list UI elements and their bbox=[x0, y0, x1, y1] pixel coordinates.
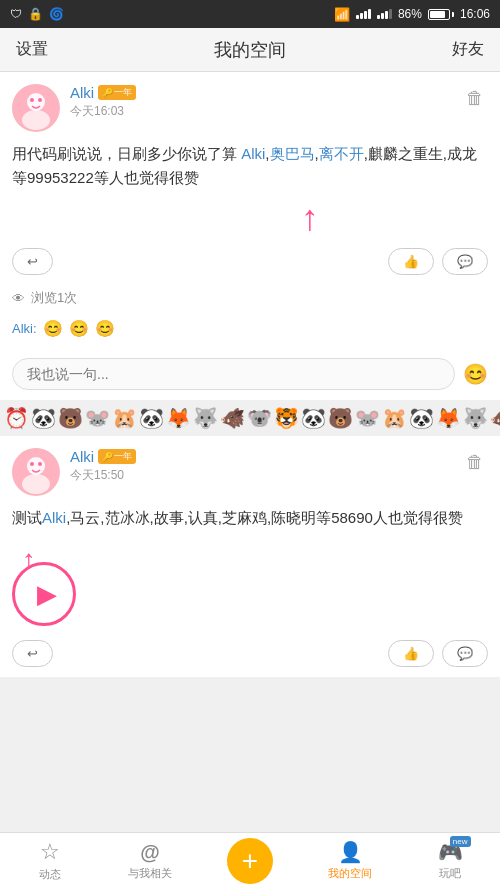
action-row-1: ↩ 👍 💬 bbox=[0, 242, 500, 285]
new-badge: new bbox=[450, 836, 471, 847]
feed-scroll-area: Alki 🔑 一年 今天16:03 🗑 用代码刷说说，日刷多少你说了算 Alki… bbox=[0, 72, 500, 832]
comment-username-1: Alki: bbox=[12, 321, 37, 336]
div-icon-4: 🐭 bbox=[85, 406, 110, 430]
add-button[interactable]: + bbox=[227, 838, 273, 884]
comment-button-1[interactable]: 💬 bbox=[442, 248, 488, 275]
lock-icon: 🔒 bbox=[28, 7, 43, 21]
mention-alki-1: Alki bbox=[241, 145, 265, 162]
user-name-row-2: Alki 🔑 一年 bbox=[70, 448, 136, 465]
comment-section-1: Alki: 😊 😊 😊 bbox=[0, 313, 500, 352]
divider-icons: ⏰ 🐼 🐻 🐭 🐹 🐼 🦊 🐺 🐗 🐨 🐯 🐼 🐻 🐭 🐹 🐼 🦊 🐺 🐗 bbox=[4, 406, 500, 430]
comment-input-row-1: 😊 bbox=[0, 352, 500, 400]
comment-button-2[interactable]: 💬 bbox=[442, 640, 488, 667]
pink-up-arrow-1: ↑ bbox=[301, 200, 319, 236]
level-text-2: 一年 bbox=[114, 450, 132, 463]
user-info-1: Alki 🔑 一年 今天16:03 bbox=[70, 84, 136, 120]
like-button-1[interactable]: 👍 bbox=[388, 248, 434, 275]
user-info-2: Alki 🔑 一年 今天15:50 bbox=[70, 448, 136, 484]
play-nav-badge-container: 🎮 new bbox=[438, 840, 463, 864]
play-label: 玩吧 bbox=[439, 866, 461, 881]
div-icon-9: 🐗 bbox=[220, 406, 245, 430]
nav-item-trends[interactable]: ☆ 动态 bbox=[0, 839, 100, 882]
signal-bars-2 bbox=[377, 9, 392, 19]
play-icon: ▶ bbox=[37, 579, 57, 610]
div-icon-17: 🦊 bbox=[436, 406, 461, 430]
comment-item-1: Alki: 😊 😊 😊 bbox=[12, 319, 488, 338]
nav-item-play[interactable]: 🎮 new 玩吧 bbox=[400, 840, 500, 881]
div-icon-1: ⏰ bbox=[4, 406, 29, 430]
like-button-2[interactable]: 👍 bbox=[388, 640, 434, 667]
div-icon-19: 🐗 bbox=[490, 406, 500, 430]
svg-point-7 bbox=[22, 474, 50, 494]
emoji-1: 😊 bbox=[43, 319, 63, 338]
share-icon: ↩ bbox=[27, 254, 38, 269]
delete-button-1[interactable]: 🗑 bbox=[462, 84, 488, 113]
svg-point-3 bbox=[30, 98, 34, 102]
shield-icon: 🛡 bbox=[10, 7, 22, 21]
user-name-row-1: Alki 🔑 一年 bbox=[70, 84, 136, 101]
add-icon: + bbox=[242, 847, 258, 875]
battery-icon bbox=[428, 9, 454, 20]
post-time-1: 今天16:03 bbox=[70, 103, 136, 120]
emoji-2: 😊 bbox=[69, 319, 89, 338]
time-display: 16:06 bbox=[460, 7, 490, 21]
post-content-2: 测试Alki,马云,范冰冰,故事,认真,芝麻鸡,陈晓明等58690人也觉得很赞 bbox=[0, 496, 500, 540]
avatar-2 bbox=[12, 448, 60, 496]
emoji-picker-button-1[interactable]: 😊 bbox=[463, 362, 488, 386]
div-icon-3: 🐻 bbox=[58, 406, 83, 430]
div-icon-2: 🐼 bbox=[31, 406, 56, 430]
app-icon: 🌀 bbox=[49, 7, 64, 21]
myspace-label: 我的空间 bbox=[328, 866, 372, 881]
comment-icon: 💬 bbox=[457, 254, 473, 269]
nav-item-add[interactable]: + bbox=[200, 838, 300, 884]
view-count-1: 浏览1次 bbox=[31, 289, 77, 307]
trends-icon: ☆ bbox=[40, 839, 60, 865]
div-icon-15: 🐹 bbox=[382, 406, 407, 430]
share-button-1[interactable]: ↩ bbox=[12, 248, 53, 275]
level-key-icon: 🔑 bbox=[102, 88, 113, 98]
thumb-up-icon: 👍 bbox=[403, 254, 419, 269]
header: 设置 我的空间 好友 bbox=[0, 28, 500, 72]
avatar-image-1 bbox=[12, 84, 60, 132]
div-icon-11: 🐯 bbox=[274, 406, 299, 430]
div-icon-7: 🦊 bbox=[166, 406, 191, 430]
mention-alki-2: Alki bbox=[42, 509, 66, 526]
div-icon-10: 🐨 bbox=[247, 406, 272, 430]
post-header-2: Alki 🔑 一年 今天15:50 🗑 bbox=[0, 436, 500, 496]
icon-divider: ⏰ 🐼 🐻 🐭 🐹 🐼 🦊 🐺 🐗 🐨 🐯 🐼 🐻 🐭 🐹 🐼 🦊 🐺 🐗 bbox=[0, 400, 500, 436]
comment-input-1[interactable] bbox=[12, 358, 455, 390]
mentions-label: 与我相关 bbox=[128, 866, 172, 881]
div-icon-13: 🐻 bbox=[328, 406, 353, 430]
nav-item-mentions[interactable]: @ 与我相关 bbox=[100, 841, 200, 881]
bottom-nav: ☆ 动态 @ 与我相关 + 👤 我的空间 🎮 new 玩吧 bbox=[0, 832, 500, 888]
back-button[interactable]: 设置 bbox=[16, 39, 48, 60]
myspace-icon: 👤 bbox=[338, 840, 363, 864]
avatar-1 bbox=[12, 84, 60, 132]
mention-libukai: 离不开 bbox=[319, 145, 364, 162]
div-icon-5: 🐹 bbox=[112, 406, 137, 430]
share-icon-2: ↩ bbox=[27, 646, 38, 661]
battery-percent: 86% bbox=[398, 7, 422, 21]
post-header-left-1: Alki 🔑 一年 今天16:03 bbox=[12, 84, 136, 132]
wifi-icon: 📶 bbox=[334, 7, 350, 22]
nav-item-myspace[interactable]: 👤 我的空间 bbox=[300, 840, 400, 881]
svg-point-8 bbox=[30, 462, 34, 466]
div-icon-16: 🐼 bbox=[409, 406, 434, 430]
mention-obama: 奥巴马 bbox=[270, 145, 315, 162]
username-1: Alki bbox=[70, 84, 94, 101]
arrow-annotation-1: ↑ bbox=[0, 200, 500, 242]
share-button-2[interactable]: ↩ bbox=[12, 640, 53, 667]
level-badge-1: 🔑 一年 bbox=[98, 85, 136, 100]
friends-button[interactable]: 好友 bbox=[452, 39, 484, 60]
div-icon-14: 🐭 bbox=[355, 406, 380, 430]
username-2: Alki bbox=[70, 448, 94, 465]
post-header-left-2: Alki 🔑 一年 今天15:50 bbox=[12, 448, 136, 496]
play-area: ↑ ▶ bbox=[12, 546, 80, 626]
delete-button-2[interactable]: 🗑 bbox=[462, 448, 488, 477]
emoji-3: 😊 bbox=[95, 319, 115, 338]
div-icon-12: 🐼 bbox=[301, 406, 326, 430]
div-icon-8: 🐺 bbox=[193, 406, 218, 430]
div-icon-6: 🐼 bbox=[139, 406, 164, 430]
play-button[interactable]: ▶ bbox=[12, 562, 76, 626]
thumb-up-icon-2: 👍 bbox=[403, 646, 419, 661]
